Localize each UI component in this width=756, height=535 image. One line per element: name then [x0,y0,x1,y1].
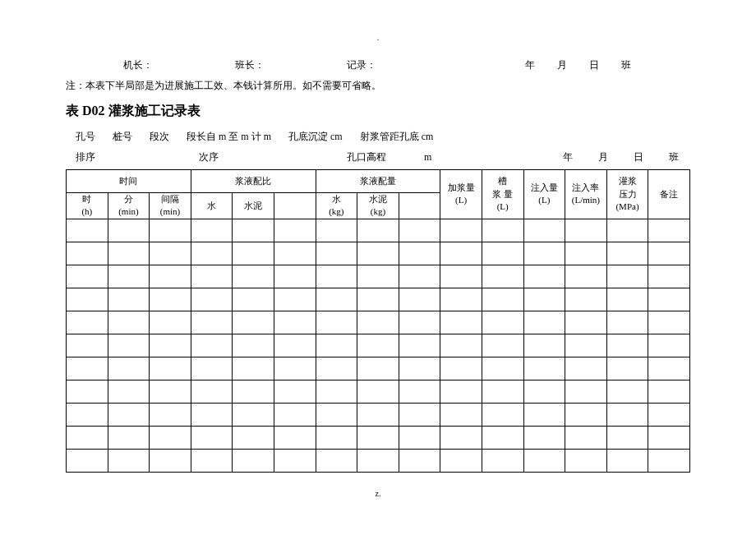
table-row [67,357,690,380]
th-interval: 间隔(min) [150,193,191,219]
meta-line-2: 排序 次序 孔口高程 m 年 月 日 班 [66,150,690,164]
th-blank-amount [399,193,440,219]
th-tank-amount: 槽浆 量(L) [482,170,523,219]
meta-line-1: 孔号 桩号 段次 段长自 m 至 m 计 m 孔底沉淀 cm 射浆管距孔底 cm [66,130,690,144]
th-inj-amount: 注入量(L) [523,170,565,219]
th-inj-rate: 注入率(L/min) [565,170,607,219]
page-title: 表 D02 灌浆施工记录表 [66,103,690,120]
th-mix-ratio: 浆液配比 [191,170,316,193]
pile-no-label: 桩号 [113,131,132,142]
table-row [67,288,690,311]
th-remark: 备注 [648,170,690,219]
seg-no-label: 段次 [150,131,169,142]
table-body [67,219,690,472]
day-label: 日 [589,59,599,71]
hole-no-label: 孔号 [76,131,95,142]
year-label-2: 年 [563,151,573,163]
th-add-amount: 加浆量(L) [440,170,482,219]
table-row [67,265,690,288]
table-row [67,426,690,449]
year-label: 年 [525,59,535,71]
date-segment-top: 年 月 日 班 [515,58,690,72]
table-row [67,380,690,403]
page-footer-mark: z. [66,489,690,498]
signature-line: 机长： 班长： 记录： 年 月 日 班 [66,58,690,72]
th-mix-amount: 浆液配量 [316,170,440,193]
day-label-2: 日 [634,151,643,163]
date-segment-bottom: 年 月 日 班 [551,150,690,164]
month-label: 月 [557,59,567,71]
table-row [67,219,690,242]
recorder-label: 记录： [347,58,376,72]
shift-label: 班 [621,59,631,71]
th-time: 时间 [67,170,191,193]
captain-label: 机长： [123,58,153,72]
page-dot-top: . [66,33,690,42]
th-time-m: 分(min) [108,193,150,219]
shot-dist-label: 射浆管距孔底 cm [360,131,434,142]
hole-elev-label: 孔口高程 [347,150,386,164]
th-pressure: 灌浆压力(MPa) [606,170,648,219]
record-table: 时间 浆液配比 浆液配量 加浆量(L) 槽浆 量(L) 注入量(L) 注入率(L… [66,169,690,473]
th-cement-ratio: 水泥 [233,193,274,219]
table-row [67,449,690,472]
month-label-2: 月 [598,151,608,163]
seg-len-label: 段长自 m 至 m 计 m [187,131,271,142]
shift-label-2: 班 [669,151,679,163]
th-blank-ratio [274,193,316,219]
note-text: 注：本表下半局部是为进展施工工效、本钱计算所用。如不需要可省略。 [66,79,690,93]
table-row [67,311,690,334]
table-row [67,334,690,357]
table-row [67,242,690,265]
th-time-h: 时(h) [67,193,108,219]
seq-label: 次序 [199,150,219,164]
m-unit-label: m [424,151,431,164]
th-water-kg: 水(kg) [316,193,357,219]
order-label: 排序 [76,150,95,164]
th-cement-kg: 水泥(kg) [357,193,399,219]
hole-bottom-label: 孔底沉淀 cm [288,131,343,142]
table-row [67,403,690,426]
shift-leader-label: 班长： [235,58,265,72]
th-water-ratio: 水 [191,193,233,219]
